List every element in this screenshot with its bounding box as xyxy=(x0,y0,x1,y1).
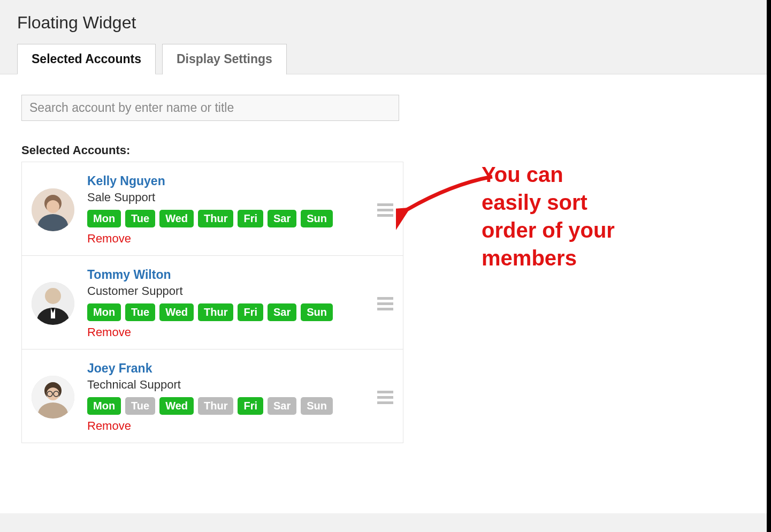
day-pill-fri[interactable]: Fri xyxy=(238,303,263,321)
drag-handle-icon[interactable] xyxy=(377,203,393,217)
drag-handle-icon[interactable] xyxy=(377,297,393,310)
day-pill-sun[interactable]: Sun xyxy=(301,397,333,415)
day-pill-mon[interactable]: Mon xyxy=(87,210,121,227)
day-pill-wed[interactable]: Wed xyxy=(159,210,194,227)
day-pills: Mon Tue Wed Thur Fri Sar Sun xyxy=(87,303,373,321)
day-pill-thur[interactable]: Thur xyxy=(198,210,233,227)
day-pill-tue[interactable]: Tue xyxy=(125,397,155,415)
tab-display-settings[interactable]: Display Settings xyxy=(162,44,287,74)
account-info: Tommy Wilton Customer Support Mon Tue We… xyxy=(87,268,373,339)
day-pills: Mon Tue Wed Thur Fri Sar Sun xyxy=(87,210,373,227)
account-role: Technical Support xyxy=(87,378,373,392)
account-name-link[interactable]: Kelly Nguyen xyxy=(87,174,373,188)
svg-point-5 xyxy=(45,288,61,304)
day-pills: Mon Tue Wed Thur Fri Sar Sun xyxy=(87,397,373,415)
callout-line: easily sort xyxy=(482,188,615,216)
day-pill-sar[interactable]: Sar xyxy=(268,210,296,227)
avatar xyxy=(32,376,74,419)
account-row: Kelly Nguyen Sale Support Mon Tue Wed Th… xyxy=(22,162,403,256)
day-pill-thur[interactable]: Thur xyxy=(198,303,233,321)
account-info: Joey Frank Technical Support Mon Tue Wed… xyxy=(87,361,373,433)
day-pill-thur[interactable]: Thur xyxy=(198,397,233,415)
page-title: Floating Widget xyxy=(0,0,771,43)
remove-link[interactable]: Remove xyxy=(87,232,373,246)
day-pill-wed[interactable]: Wed xyxy=(159,397,194,415)
day-pill-mon[interactable]: Mon xyxy=(87,397,121,415)
day-pill-fri[interactable]: Fri xyxy=(238,397,263,415)
svg-point-11 xyxy=(47,387,59,400)
right-edge-decoration xyxy=(767,0,771,532)
account-row: Tommy Wilton Customer Support Mon Tue We… xyxy=(22,256,403,349)
drag-handle-icon[interactable] xyxy=(377,391,393,404)
selected-accounts-label: Selected Accounts: xyxy=(21,143,750,157)
callout-line: members xyxy=(482,244,615,272)
account-role: Customer Support xyxy=(87,284,373,298)
svg-point-3 xyxy=(47,200,59,213)
day-pill-wed[interactable]: Wed xyxy=(159,303,194,321)
account-name-link[interactable]: Joey Frank xyxy=(87,361,373,376)
avatar xyxy=(32,188,74,231)
account-row: Joey Frank Technical Support Mon Tue Wed… xyxy=(22,349,403,443)
accounts-list: Kelly Nguyen Sale Support Mon Tue Wed Th… xyxy=(21,162,403,443)
tab-selected-accounts[interactable]: Selected Accounts xyxy=(17,44,156,74)
day-pill-mon[interactable]: Mon xyxy=(87,303,121,321)
account-name-link[interactable]: Tommy Wilton xyxy=(87,268,373,282)
panel-selected-accounts: Selected Accounts: Kelly Nguyen Sale Sup… xyxy=(0,74,771,513)
remove-link[interactable]: Remove xyxy=(87,419,373,433)
day-pill-sar[interactable]: Sar xyxy=(268,397,296,415)
day-pill-tue[interactable]: Tue xyxy=(125,210,155,227)
search-input[interactable] xyxy=(21,95,399,121)
annotation-callout: You can easily sort order of your member… xyxy=(482,161,615,272)
day-pill-sar[interactable]: Sar xyxy=(268,303,296,321)
account-info: Kelly Nguyen Sale Support Mon Tue Wed Th… xyxy=(87,174,373,246)
day-pill-sun[interactable]: Sun xyxy=(301,210,333,227)
account-role: Sale Support xyxy=(87,191,373,204)
callout-line: order of your xyxy=(482,216,615,244)
remove-link[interactable]: Remove xyxy=(87,325,373,339)
day-pill-tue[interactable]: Tue xyxy=(125,303,155,321)
day-pill-fri[interactable]: Fri xyxy=(238,210,263,227)
tabs-row: Selected Accounts Display Settings xyxy=(0,43,771,74)
day-pill-sun[interactable]: Sun xyxy=(301,303,333,321)
avatar xyxy=(32,282,74,325)
callout-line: You can xyxy=(482,161,615,188)
